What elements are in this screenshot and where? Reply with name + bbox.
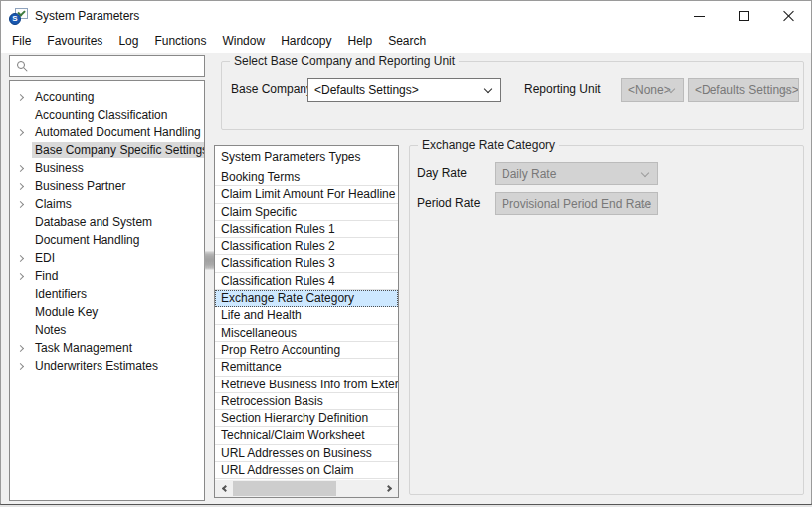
splitter-handle[interactable] [204, 252, 213, 308]
types-list-item[interactable]: Section Hierarchy Definition [215, 410, 398, 427]
menu-item-file[interactable]: File [4, 31, 39, 53]
maximize-button[interactable] [721, 1, 766, 31]
sidebar-item[interactable]: Module Key [10, 303, 204, 321]
day-rate-select: Daily Rate [495, 162, 658, 185]
menu-item-functions[interactable]: Functions [146, 31, 214, 53]
sidebar-item[interactable]: Accounting [10, 88, 204, 106]
sidebar-item-label: Claims [32, 196, 75, 212]
sidebar-item[interactable]: Database and System [10, 213, 204, 231]
types-list-item[interactable]: URL Addresses on Business [215, 445, 398, 462]
title-bar[interactable]: S System Parameters [1, 1, 811, 31]
sidebar-item-label: Base Company Specific Settings [32, 142, 204, 158]
chevron-right-icon[interactable] [17, 200, 24, 207]
sidebar-item[interactable]: Document Handling [10, 231, 204, 249]
chevron-down-icon [641, 168, 649, 176]
scroll-right-icon [384, 485, 391, 492]
chevron-right-icon[interactable] [17, 182, 24, 189]
scroll-left-button[interactable] [215, 480, 232, 497]
scroll-right-button[interactable] [381, 480, 398, 497]
sidebar-item-label: Accounting Classification [32, 107, 170, 123]
types-list-item[interactable]: Miscellaneous [215, 325, 398, 342]
menu-item-window[interactable]: Window [214, 31, 273, 53]
search-icon [17, 61, 25, 69]
base-company-select[interactable]: <Defaults Settings> [307, 78, 501, 102]
sidebar-item[interactable]: Identifiers [10, 285, 204, 303]
types-list-item[interactable]: Claim Limit Amount For Headline Loss [215, 186, 398, 203]
scrollbar-thumb[interactable] [233, 481, 336, 496]
chevron-right-icon[interactable] [17, 254, 24, 261]
chevron-right-icon[interactable] [17, 164, 24, 171]
types-list-item[interactable]: Prop Retro Accounting [215, 342, 398, 359]
system-parameters-app-icon: S [9, 8, 28, 25]
types-list-header: System Parameters Types [215, 146, 398, 169]
sidebar-item[interactable]: Business Partner [10, 177, 204, 195]
app-window: S System Parameters FileFavouritesLogFun… [0, 0, 812, 505]
sidebar-item-label: Notes [32, 322, 69, 338]
horizontal-scrollbar[interactable] [215, 480, 398, 497]
types-list-item[interactable]: Exchange Rate Category [215, 290, 398, 307]
types-list-item[interactable]: Classification Rules 2 [215, 238, 398, 255]
types-list-item[interactable]: Classification Rules 4 [215, 273, 398, 290]
maximize-icon [739, 11, 749, 21]
menu-item-help[interactable]: Help [339, 31, 380, 53]
sidebar-item[interactable]: Accounting Classification [10, 106, 204, 124]
content-area: AccountingAccounting ClassificationAutom… [1, 53, 811, 504]
base-company-label: Base Company [231, 82, 312, 96]
sidebar-item-label: Business [32, 160, 87, 176]
sidebar-item-label: EDI [32, 250, 58, 266]
minimize-button[interactable] [677, 1, 721, 31]
sidebar-item[interactable]: Base Company Specific Settings [10, 141, 204, 159]
window-title: System Parameters [35, 9, 139, 23]
search-box [9, 55, 205, 77]
base-company-group-title: Select Base Company and Reporting Unit [230, 54, 459, 68]
menu-item-log[interactable]: Log [110, 31, 146, 53]
period-rate-value: Provisional Period End Rate [502, 197, 651, 211]
sidebar-item-label: Underwriters Estimates [32, 358, 161, 374]
menu-item-favourites[interactable]: Favourites [39, 31, 110, 53]
sidebar-item[interactable]: Underwriters Estimates [10, 357, 204, 375]
types-list-item[interactable]: Retrieve Business Info from External [215, 377, 398, 393]
chevron-right-icon[interactable] [17, 128, 24, 135]
sidebar-item-label: Automated Document Handling [32, 125, 204, 140]
sidebar-item[interactable]: Automated Document Handling [10, 124, 204, 141]
sidebar-item-label: Task Management [32, 340, 135, 356]
menu-item-search[interactable]: Search [380, 31, 434, 53]
chevron-right-icon[interactable] [17, 362, 24, 369]
chevron-right-icon[interactable] [17, 93, 24, 100]
types-list-item[interactable]: Booking Terms [215, 169, 398, 186]
sidebar-tree: AccountingAccounting ClassificationAutom… [9, 80, 205, 501]
reporting-unit-none-value: <None> [628, 83, 671, 97]
close-button[interactable] [766, 1, 811, 31]
sidebar-item-label: Identifiers [32, 286, 90, 302]
period-rate-label: Period Rate [417, 196, 480, 210]
types-list-item[interactable]: Remittance [215, 359, 398, 376]
types-list-item[interactable]: URL Addresses on Claim [215, 462, 398, 479]
reporting-unit-none-select: <None> [621, 78, 684, 102]
types-list-item[interactable]: Claim Specific [215, 204, 398, 221]
minimize-icon [694, 16, 705, 17]
sidebar-item[interactable]: Business [10, 159, 204, 177]
sidebar-item-label: Accounting [32, 89, 97, 105]
chevron-right-icon[interactable] [17, 344, 24, 351]
sidebar-item[interactable]: Claims [10, 195, 204, 213]
chevron-right-icon[interactable] [17, 272, 24, 279]
types-list: System Parameters Types Booking TermsCla… [214, 145, 399, 498]
types-list-item[interactable]: Retrocession Basis [215, 393, 398, 410]
period-rate-select: Provisional Period End Rate [495, 192, 658, 215]
search-input[interactable] [30, 57, 201, 75]
sidebar-item[interactable]: Task Management [10, 339, 204, 357]
menu-item-hardcopy[interactable]: Hardcopy [273, 31, 339, 53]
sidebar-item[interactable]: Notes [10, 321, 204, 339]
screen: S System Parameters FileFavouritesLogFun… [0, 0, 812, 507]
sidebar-item[interactable]: EDI [10, 249, 204, 267]
sidebar-item-label: Module Key [32, 304, 101, 320]
types-list-item[interactable]: Classification Rules 1 [215, 221, 398, 238]
types-list-item[interactable]: Life and Health [215, 307, 398, 324]
types-list-item[interactable]: Classification Rules 3 [215, 255, 398, 272]
types-list-item[interactable]: Technical/Claim Worksheet [215, 427, 398, 444]
chevron-down-icon [484, 85, 492, 93]
exchange-rate-group-title: Exchange Rate Category [418, 138, 559, 152]
reporting-unit-label: Reporting Unit [524, 82, 601, 96]
s-badge-icon: S [9, 13, 21, 25]
sidebar-item[interactable]: Find [10, 267, 204, 285]
